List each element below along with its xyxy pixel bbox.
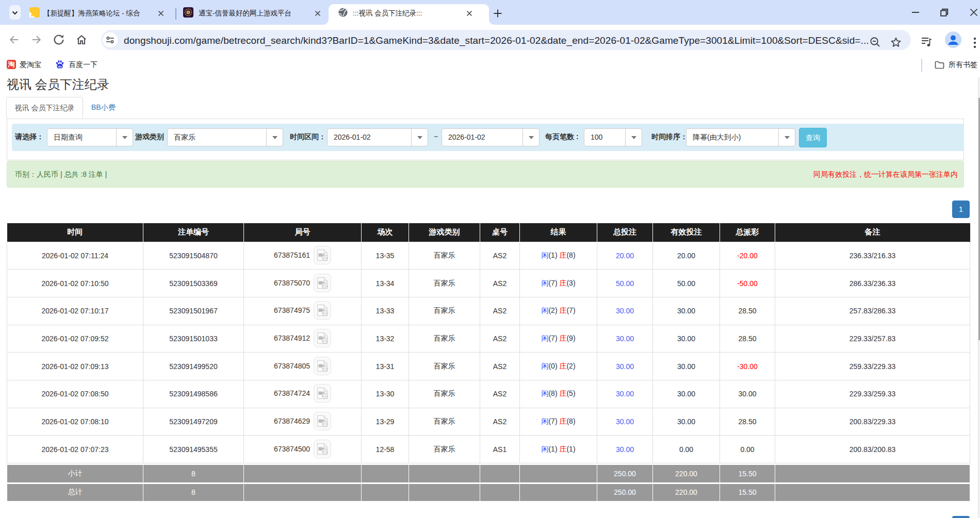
svg-text:du: du <box>58 64 62 68</box>
